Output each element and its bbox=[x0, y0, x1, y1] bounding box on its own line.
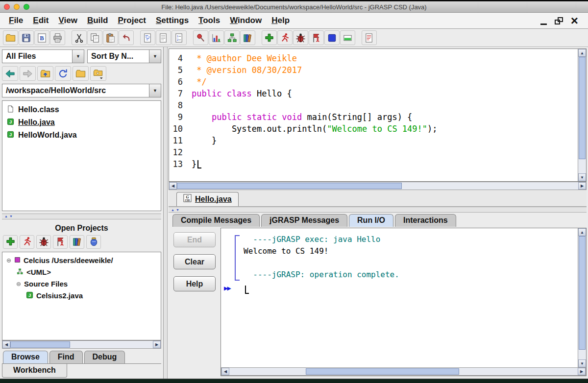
new-folder-icon[interactable] bbox=[90, 66, 106, 81]
menu-project[interactable]: Project bbox=[113, 16, 151, 25]
print-icon[interactable] bbox=[50, 30, 65, 45]
menu-build[interactable]: Build bbox=[82, 16, 113, 25]
editor-horizontal-scrollbar[interactable]: ◀▶ bbox=[169, 182, 587, 190]
file-item[interactable]: JHelloWorld.java bbox=[3, 129, 160, 142]
menu-settings[interactable]: Settings bbox=[151, 16, 194, 25]
documentation-icon[interactable] bbox=[70, 235, 84, 249]
generate-csd-icon[interactable] bbox=[140, 30, 155, 45]
splitter-down-icon[interactable]: ▼ bbox=[176, 208, 179, 212]
tree-handle-icon[interactable] bbox=[6, 256, 11, 264]
chevron-down-icon[interactable]: ▼ bbox=[149, 84, 161, 97]
back-icon[interactable] bbox=[2, 66, 18, 81]
scroll-up-icon[interactable]: ▲ bbox=[578, 228, 586, 236]
open-directory-icon[interactable] bbox=[73, 66, 89, 81]
tab-browse[interactable]: Browse bbox=[3, 351, 48, 363]
undo-icon[interactable] bbox=[119, 30, 134, 45]
tree-node[interactable]: Source Files bbox=[4, 278, 161, 290]
freeze-icon[interactable] bbox=[193, 30, 208, 45]
refresh-icon[interactable] bbox=[55, 66, 71, 81]
scrollbar-track[interactable] bbox=[578, 57, 586, 173]
messages-icon[interactable] bbox=[362, 30, 377, 45]
restore-icon[interactable] bbox=[555, 17, 563, 24]
run-as-applet-icon[interactable] bbox=[309, 30, 324, 45]
complexity-profile-icon[interactable] bbox=[209, 30, 224, 45]
tab-jgrasp-messages[interactable]: jGRASP Messages bbox=[261, 214, 347, 227]
chevron-down-icon[interactable]: ▼ bbox=[72, 50, 84, 63]
compile-icon[interactable] bbox=[262, 30, 277, 45]
tree-node[interactable]: JCelsius2.java bbox=[4, 290, 161, 302]
project-tree[interactable]: Celcius /Users/deeweikle/<UML>Source Fil… bbox=[2, 252, 161, 340]
path-dropdown[interactable]: /workspace/HelloWorld/src ▼ bbox=[2, 84, 161, 97]
menu-tools[interactable]: Tools bbox=[194, 16, 225, 25]
main-splitter[interactable] bbox=[164, 47, 168, 379]
line-numbers-icon[interactable]: 12 bbox=[172, 30, 187, 45]
file-item[interactable]: JHello.java bbox=[3, 116, 160, 129]
vertical-scrollbar-thumb[interactable] bbox=[579, 236, 586, 350]
scroll-right-icon[interactable]: ▶ bbox=[153, 341, 161, 348]
tab-run-i-o[interactable]: Run I/O bbox=[349, 214, 393, 227]
scrollbar-track[interactable] bbox=[229, 368, 578, 375]
sort-dropdown[interactable]: Sort By N... ▼ bbox=[87, 49, 161, 63]
mac-close-button[interactable] bbox=[4, 4, 10, 10]
file-item[interactable]: Hello.class bbox=[3, 103, 160, 116]
tree-node[interactable]: <UML> bbox=[4, 266, 161, 278]
menu-window[interactable]: Window bbox=[225, 16, 267, 25]
save-icon[interactable] bbox=[19, 30, 34, 45]
scroll-left-icon[interactable]: ◀ bbox=[169, 182, 177, 190]
scroll-left-icon[interactable]: ◀ bbox=[2, 341, 10, 348]
vertical-scrollbar-thumb[interactable] bbox=[579, 57, 586, 159]
debug-icon[interactable] bbox=[293, 30, 308, 45]
tab-compile-messages[interactable]: Compile Messages bbox=[172, 214, 260, 227]
title-bar[interactable]: File: Hello.java /Users/deeweikle/Docume… bbox=[0, 1, 588, 13]
help-button[interactable]: Help bbox=[173, 276, 216, 291]
scrollbar-track[interactable] bbox=[578, 236, 586, 359]
scroll-left-icon[interactable]: ◀ bbox=[221, 368, 229, 375]
menu-edit[interactable]: Edit bbox=[28, 16, 53, 25]
tab-workbench[interactable]: Workbench bbox=[2, 364, 67, 378]
messages-splitter[interactable]: ▲ ▼ bbox=[169, 207, 587, 213]
scroll-right-icon[interactable]: ▶ bbox=[578, 368, 586, 375]
browse-files-icon[interactable]: B bbox=[34, 30, 49, 45]
documentation-icon[interactable] bbox=[240, 30, 255, 45]
forward-icon[interactable] bbox=[20, 66, 36, 81]
breakpoint-icon[interactable] bbox=[324, 30, 340, 45]
tab-interactions[interactable]: Interactions bbox=[395, 214, 456, 227]
horizontal-scrollbar-thumb[interactable] bbox=[10, 341, 70, 348]
run-as-applet-icon[interactable] bbox=[53, 235, 68, 249]
tree-horizontal-scrollbar[interactable]: ◀▶ bbox=[2, 340, 161, 349]
chevron-down-icon[interactable]: ▼ bbox=[149, 50, 161, 63]
scroll-right-icon[interactable]: ▶ bbox=[578, 182, 586, 190]
open-icon[interactable] bbox=[3, 30, 18, 45]
menu-file[interactable]: File bbox=[4, 16, 28, 25]
paste-icon[interactable] bbox=[103, 30, 118, 45]
run-io-output[interactable]: ----jGRASP exec: java HelloWelcome to CS… bbox=[221, 228, 578, 367]
splitter-up-icon[interactable]: ▲ bbox=[171, 208, 174, 212]
tree-handle-icon[interactable] bbox=[16, 280, 21, 288]
scroll-down-icon[interactable]: ▼ bbox=[578, 173, 586, 181]
uml-icon[interactable] bbox=[224, 30, 240, 45]
editor-vertical-scrollbar[interactable]: ▲▼ bbox=[578, 49, 586, 181]
file-filter-dropdown[interactable]: All Files ▼ bbox=[2, 49, 84, 63]
run-icon[interactable] bbox=[20, 235, 34, 249]
mac-zoom-button[interactable] bbox=[24, 4, 29, 10]
mac-minimize-button[interactable] bbox=[14, 4, 20, 10]
menu-help[interactable]: Help bbox=[267, 16, 294, 25]
scroll-up-icon[interactable]: ▲ bbox=[578, 49, 586, 57]
file-list[interactable]: Hello.classJHello.javaJHelloWorld.java bbox=[2, 100, 161, 211]
remove-csd-icon[interactable] bbox=[156, 30, 171, 45]
code-editor[interactable]: 4 * @author Dee Weikle5 * @version 08/30… bbox=[169, 49, 578, 181]
tab-find[interactable]: Find bbox=[49, 351, 83, 363]
tree-node[interactable]: Celcius /Users/deeweikle/ bbox=[4, 255, 161, 266]
clear-button[interactable]: Clear bbox=[173, 254, 216, 269]
close-icon[interactable]: × bbox=[571, 15, 578, 26]
run-icon[interactable] bbox=[277, 30, 293, 45]
up-directory-icon[interactable] bbox=[37, 66, 53, 81]
minimize-icon[interactable] bbox=[540, 17, 547, 25]
output-horizontal-scrollbar[interactable]: ◀▶ bbox=[221, 367, 586, 376]
scrollbar-track[interactable] bbox=[177, 182, 578, 190]
browse-splitter[interactable]: ▲ ▼ bbox=[2, 214, 161, 219]
end-button[interactable]: End bbox=[173, 232, 216, 247]
horizontal-scrollbar-thumb[interactable] bbox=[306, 368, 459, 375]
scrollbar-track[interactable] bbox=[10, 341, 153, 348]
copy-icon[interactable] bbox=[87, 30, 102, 45]
